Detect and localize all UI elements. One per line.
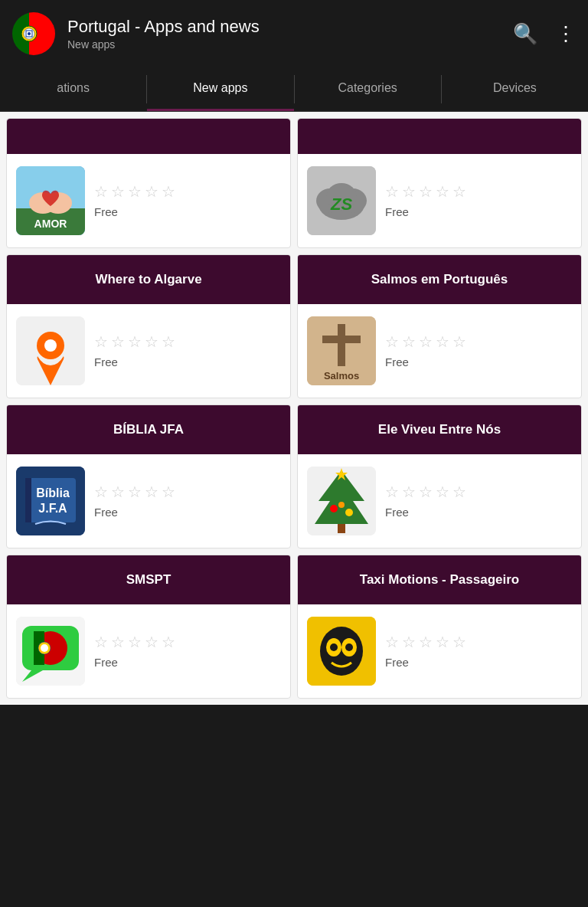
svg-point-32 bbox=[330, 505, 338, 512]
smspt-stars: ☆ ☆ ☆ ☆ ☆ bbox=[94, 634, 175, 650]
tab-applications[interactable]: ations bbox=[0, 67, 146, 111]
svg-point-42 bbox=[41, 644, 48, 652]
smspt-app-info: ☆ ☆ ☆ ☆ ☆ Free bbox=[94, 634, 281, 669]
ele-viveu-app-icon bbox=[307, 467, 376, 535]
search-icon[interactable]: 🔍 bbox=[513, 22, 537, 46]
biblia-app-info: ☆ ☆ ☆ ☆ ☆ Free bbox=[94, 484, 281, 519]
algarve-title: Where to Algarve bbox=[95, 271, 201, 288]
app-row-1: Where to Algarve ☆ ☆ ☆ bbox=[6, 254, 582, 398]
taxi-price: Free bbox=[385, 656, 409, 669]
taxi-stars: ☆ ☆ ☆ ☆ ☆ bbox=[385, 634, 466, 650]
tab-categories[interactable]: Categories bbox=[295, 67, 441, 111]
svg-point-34 bbox=[338, 502, 345, 508]
svg-text:Bíblia: Bíblia bbox=[36, 486, 70, 499]
svg-text:ZS: ZS bbox=[330, 195, 352, 214]
amor-app-info: ☆ ☆ ☆ ☆ ☆ Free bbox=[94, 184, 281, 218]
amor-price: Free bbox=[94, 205, 118, 218]
app-card-zs-header: . bbox=[298, 119, 581, 154]
app-row-2: BÍBLIA JFA Bíblia J.F.A bbox=[6, 404, 582, 548]
salmos-title: Salmos em Português bbox=[371, 271, 508, 288]
zs-app-icon: ZS bbox=[307, 166, 376, 235]
smspt-title: SMSPT bbox=[126, 571, 172, 588]
svg-text:AMOR: AMOR bbox=[34, 218, 67, 230]
taxi-app-info: ☆ ☆ ☆ ☆ ☆ Free bbox=[385, 634, 572, 669]
svg-point-19 bbox=[44, 339, 57, 352]
svg-point-5 bbox=[28, 32, 31, 35]
app-card-algarve[interactable]: Where to Algarve ☆ ☆ ☆ bbox=[6, 254, 291, 398]
app-card-salmos-header: Salmos em Português bbox=[298, 255, 581, 304]
app-card-biblia-header: BÍBLIA JFA bbox=[7, 405, 290, 454]
zs-stars: ☆ ☆ ☆ ☆ ☆ bbox=[385, 184, 466, 199]
tab-devices[interactable]: Devices bbox=[442, 67, 588, 111]
svg-rect-31 bbox=[338, 524, 345, 533]
app-logo bbox=[12, 12, 55, 55]
algarve-price: Free bbox=[94, 355, 118, 368]
svg-point-48 bbox=[345, 643, 353, 651]
algarve-stars: ☆ ☆ ☆ ☆ ☆ bbox=[94, 334, 175, 349]
app-card-smspt[interactable]: SMSPT bbox=[6, 555, 291, 699]
app-card-algarve-header: Where to Algarve bbox=[7, 255, 290, 304]
salmos-app-icon: Salmos bbox=[307, 316, 376, 385]
svg-rect-26 bbox=[25, 478, 31, 522]
salmos-stars: ☆ ☆ ☆ ☆ ☆ bbox=[385, 334, 466, 349]
header-title: Portugal - Apps and news bbox=[67, 17, 501, 37]
more-menu-icon[interactable]: ⋮ bbox=[556, 22, 576, 46]
app-card-biblia[interactable]: BÍBLIA JFA Bíblia J.F.A bbox=[6, 404, 291, 548]
app-card-biblia-body: Bíblia J.F.A ☆ ☆ ☆ ☆ ☆ Free bbox=[7, 454, 290, 548]
tab-bar: ations New apps Categories Devices bbox=[0, 67, 588, 112]
svg-point-47 bbox=[330, 643, 338, 651]
app-card-ele-viveu-body: ☆ ☆ ☆ ☆ ☆ Free bbox=[298, 454, 581, 548]
biblia-stars: ☆ ☆ ☆ ☆ ☆ bbox=[94, 484, 175, 499]
app-row-3: SMSPT bbox=[6, 555, 582, 699]
app-card-salmos-body: Salmos ☆ ☆ ☆ ☆ ☆ Free bbox=[298, 304, 581, 398]
app-card-taxi-header: Taxi Motions - Passageiro bbox=[298, 555, 581, 604]
taxi-app-icon bbox=[307, 617, 376, 686]
header-actions: 🔍 ⋮ bbox=[513, 22, 576, 46]
ele-viveu-price: Free bbox=[385, 506, 409, 519]
app-card-salmos[interactable]: Salmos em Português Salmos ☆ bbox=[297, 254, 582, 398]
ele-viveu-stars: ☆ ☆ ☆ ☆ ☆ bbox=[385, 484, 466, 499]
app-card-amor-body: AMOR ☆ ☆ ☆ ☆ ☆ Free bbox=[7, 154, 290, 247]
svg-rect-21 bbox=[338, 324, 345, 366]
app-card-zs[interactable]: . ZS ☆ bbox=[297, 118, 582, 248]
header-subtitle: New apps bbox=[67, 38, 501, 51]
apps-grid: . AMOR bbox=[0, 112, 588, 705]
zs-price: Free bbox=[385, 205, 409, 218]
svg-point-44 bbox=[320, 627, 363, 676]
app-card-amor[interactable]: . AMOR bbox=[6, 118, 291, 248]
app-card-amor-header: . bbox=[7, 119, 290, 154]
ele-viveu-app-info: ☆ ☆ ☆ ☆ ☆ Free bbox=[385, 484, 572, 519]
biblia-app-icon: Bíblia J.F.A bbox=[16, 467, 85, 535]
app-card-taxi-body: ☆ ☆ ☆ ☆ ☆ Free bbox=[298, 604, 581, 698]
app-card-taxi[interactable]: Taxi Motions - Passageiro bbox=[297, 555, 582, 699]
taxi-title: Taxi Motions - Passageiro bbox=[360, 571, 519, 588]
svg-text:J.F.A: J.F.A bbox=[38, 502, 67, 515]
app-card-smspt-body: ☆ ☆ ☆ ☆ ☆ Free bbox=[7, 604, 290, 698]
app-card-smspt-header: SMSPT bbox=[7, 555, 290, 604]
amor-stars: ☆ ☆ ☆ ☆ ☆ bbox=[94, 184, 175, 199]
svg-rect-22 bbox=[322, 336, 361, 343]
svg-text:Salmos: Salmos bbox=[324, 370, 359, 381]
app-card-ele-viveu-header: Ele Viveu Entre Nós bbox=[298, 405, 581, 454]
header-titles: Portugal - Apps and news New apps bbox=[67, 17, 501, 51]
app-card-ele-viveu[interactable]: Ele Viveu Entre Nós bbox=[297, 404, 582, 548]
algarve-app-info: ☆ ☆ ☆ ☆ ☆ Free bbox=[94, 334, 281, 368]
biblia-price: Free bbox=[94, 506, 118, 519]
smspt-app-icon bbox=[16, 617, 85, 686]
salmos-app-info: ☆ ☆ ☆ ☆ ☆ Free bbox=[385, 334, 572, 368]
ele-viveu-title: Ele Viveu Entre Nós bbox=[378, 421, 501, 438]
svg-rect-25 bbox=[25, 478, 76, 522]
biblia-title: BÍBLIA JFA bbox=[113, 421, 184, 438]
algarve-app-icon bbox=[16, 316, 85, 385]
app-row-0: . AMOR bbox=[6, 118, 582, 248]
smspt-price: Free bbox=[94, 656, 118, 669]
zs-app-info: ☆ ☆ ☆ ☆ ☆ Free bbox=[385, 184, 572, 218]
app-header: Portugal - Apps and news New apps 🔍 ⋮ bbox=[0, 0, 588, 67]
salmos-price: Free bbox=[385, 355, 409, 368]
app-card-zs-body: ZS ☆ ☆ ☆ ☆ ☆ Free bbox=[298, 154, 581, 247]
tab-new-apps[interactable]: New apps bbox=[147, 67, 293, 111]
svg-point-33 bbox=[345, 509, 353, 516]
amor-app-icon: AMOR bbox=[16, 166, 85, 235]
app-card-algarve-body: ☆ ☆ ☆ ☆ ☆ Free bbox=[7, 304, 290, 398]
